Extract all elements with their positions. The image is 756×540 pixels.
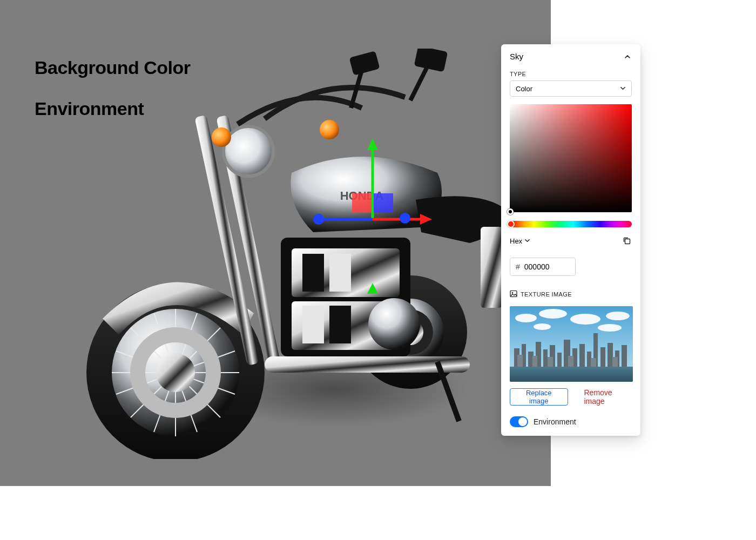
svg-rect-78 [600, 347, 605, 367]
sky-panel-title: Sky [510, 52, 523, 61]
chevron-up-icon [623, 52, 632, 61]
viewport-3d[interactable]: Background Color Environment [0, 0, 551, 486]
svg-line-40 [410, 68, 427, 100]
type-select[interactable]: Color [510, 80, 632, 97]
hash-label: # [516, 262, 520, 271]
svg-rect-87 [612, 357, 618, 367]
replace-image-button[interactable]: Replace image [510, 388, 568, 406]
sky-panel-header[interactable]: Sky [501, 44, 640, 66]
svg-rect-82 [517, 355, 523, 367]
texture-thumbnail[interactable] [510, 306, 633, 382]
color-sv-cursor[interactable] [507, 208, 514, 215]
svg-rect-39 [414, 49, 448, 72]
svg-rect-75 [579, 344, 585, 367]
svg-point-23 [156, 353, 195, 392]
svg-point-62 [606, 312, 630, 320]
svg-rect-85 [568, 356, 573, 367]
svg-point-43 [320, 120, 339, 139]
environment-toggle[interactable] [510, 416, 528, 427]
copy-icon[interactable] [622, 236, 632, 246]
svg-rect-72 [557, 353, 562, 367]
color-hue-cursor[interactable] [507, 220, 515, 228]
svg-rect-79 [608, 343, 613, 367]
color-hex-input-wrapper: # [510, 258, 576, 276]
svg-rect-32 [302, 306, 324, 343]
type-select-value: Color [516, 85, 532, 93]
svg-rect-70 [543, 349, 548, 367]
type-label: TYPE [501, 66, 640, 80]
svg-rect-83 [532, 356, 537, 367]
model-placeholder[interactable]: HONDA [59, 49, 508, 459]
svg-text:HONDA: HONDA [340, 189, 384, 202]
image-icon [510, 290, 517, 299]
texture-label: TEXTURE IMAGE [501, 276, 640, 302]
svg-point-60 [539, 309, 567, 319]
color-format-value: Hex [510, 237, 522, 245]
chevron-down-icon [620, 85, 626, 93]
color-hex-input[interactable] [524, 262, 562, 271]
svg-point-29 [368, 298, 420, 350]
svg-rect-30 [302, 254, 324, 292]
svg-point-57 [512, 292, 513, 293]
color-hue-slider[interactable] [510, 221, 632, 227]
svg-rect-55 [625, 239, 630, 244]
svg-rect-76 [587, 352, 591, 367]
svg-point-64 [598, 324, 622, 332]
environment-toggle-label: Environment [534, 417, 576, 426]
svg-rect-31 [329, 254, 351, 292]
svg-point-61 [570, 314, 600, 325]
svg-rect-37 [349, 51, 380, 76]
svg-rect-33 [329, 306, 351, 343]
chevron-down-icon [524, 237, 530, 245]
svg-point-42 [212, 127, 231, 147]
remove-image-link[interactable]: Remove image [584, 388, 632, 406]
svg-point-63 [534, 323, 551, 330]
svg-point-41 [224, 126, 273, 176]
svg-rect-65 [510, 367, 633, 382]
color-sv-panel[interactable] [510, 104, 632, 212]
svg-rect-84 [548, 357, 553, 367]
svg-rect-36 [481, 227, 502, 308]
svg-rect-86 [591, 358, 596, 367]
svg-rect-81 [622, 345, 627, 367]
sky-panel: Sky TYPE Color Hex [501, 44, 640, 436]
color-format-select[interactable]: Hex [510, 237, 530, 245]
svg-point-59 [515, 314, 537, 322]
toggle-knob [518, 417, 527, 426]
